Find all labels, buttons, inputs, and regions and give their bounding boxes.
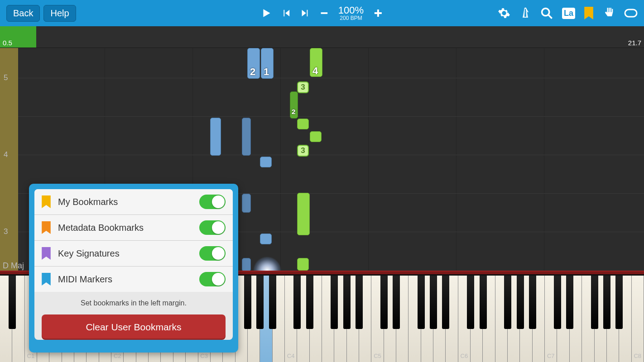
bookmark-icon <box>42 247 51 260</box>
measure-5: 5 <box>4 73 8 82</box>
toggle-switch[interactable] <box>199 220 226 235</box>
black-key[interactable] <box>256 276 264 329</box>
black-key[interactable] <box>380 276 388 329</box>
note <box>297 193 310 235</box>
tempo-minus-icon[interactable] <box>319 8 329 18</box>
black-key[interactable] <box>430 276 437 329</box>
finger-label: 2 <box>250 66 255 78</box>
toggle-switch[interactable] <box>199 272 226 286</box>
zoom-icon[interactable] <box>540 7 553 19</box>
octave-label: C5 <box>374 352 381 359</box>
octave-label: C6 <box>461 352 468 359</box>
bookmark-row-label: Key Signatures <box>58 248 199 259</box>
toggle-switch[interactable] <box>199 195 226 209</box>
tempo-bpm: 200 BPM <box>338 15 364 21</box>
time-start: 0.5 <box>3 39 12 47</box>
note <box>260 233 272 244</box>
bookmark-row-label: Metadata Bookmarks <box>58 223 199 233</box>
octave-label: C3 <box>200 352 208 359</box>
note <box>242 118 251 156</box>
black-key[interactable] <box>591 276 598 329</box>
black-key[interactable] <box>603 276 610 329</box>
bookmark-icon <box>42 273 51 286</box>
key-signature: D Maj <box>3 261 24 271</box>
bookmark-icon <box>42 221 51 234</box>
black-key[interactable] <box>529 276 536 329</box>
svg-rect-0 <box>321 12 328 14</box>
labels-button[interactable]: La <box>562 8 575 19</box>
note <box>310 131 322 142</box>
bookmark-toggle-row: MIDI Markers <box>34 267 233 292</box>
hand-icon[interactable] <box>602 7 615 19</box>
bookmark-row-label: My Bookmarks <box>58 197 199 207</box>
black-key[interactable] <box>343 276 351 329</box>
metronome-icon[interactable] <box>519 7 531 19</box>
loop-icon[interactable] <box>624 8 638 18</box>
black-key[interactable] <box>418 276 425 329</box>
black-key[interactable] <box>244 276 251 329</box>
tempo-display[interactable]: 100% 200 BPM <box>338 5 364 21</box>
black-key[interactable] <box>504 276 511 329</box>
svg-point-4 <box>542 9 549 16</box>
octave-label: C8 <box>634 352 641 359</box>
black-key[interactable] <box>269 276 276 329</box>
octave-label: C1 <box>27 352 35 359</box>
black-key[interactable] <box>554 276 561 329</box>
bookmark-icon[interactable] <box>584 7 593 19</box>
help-button[interactable]: Help <box>43 5 76 22</box>
svg-rect-6 <box>625 10 637 17</box>
note <box>297 258 309 271</box>
finger-badge: 3 <box>297 81 309 93</box>
right-tools: La <box>498 7 638 19</box>
timeline[interactable]: 0.5 21.7 <box>0 26 644 48</box>
playback-controls: 100% 200 BPM <box>260 5 384 21</box>
measure-4: 4 <box>4 150 8 159</box>
finger-label: 2 <box>292 108 295 115</box>
measure-3: 3 <box>4 227 8 236</box>
note <box>260 157 272 167</box>
tempo-percent: 100% <box>338 5 364 15</box>
note <box>297 119 309 129</box>
black-key[interactable] <box>331 276 338 329</box>
black-key[interactable] <box>393 276 400 329</box>
next-icon[interactable] <box>300 8 310 18</box>
top-bar: Back Help 100% 200 BPM La <box>0 0 644 26</box>
time-end: 21.7 <box>628 39 641 47</box>
bookmark-toggle-row: Key Signatures <box>34 241 233 267</box>
black-key[interactable] <box>442 276 449 329</box>
black-key[interactable] <box>356 276 363 329</box>
play-icon[interactable] <box>260 7 272 19</box>
black-key[interactable] <box>306 276 313 329</box>
octave-label: C7 <box>547 352 555 359</box>
back-button[interactable]: Back <box>6 5 40 22</box>
clear-bookmarks-button[interactable]: Clear User Bookmarks <box>42 314 226 340</box>
measure-gutter[interactable] <box>0 48 18 274</box>
finger-badge: 3 <box>297 145 309 157</box>
white-key[interactable]: C8 <box>632 276 644 362</box>
tempo-plus-icon[interactable] <box>373 8 384 19</box>
black-key[interactable] <box>9 276 16 329</box>
bookmark-row-label: MIDI Markers <box>58 274 199 285</box>
black-key[interactable] <box>480 276 487 329</box>
black-key[interactable] <box>566 276 573 329</box>
note <box>210 118 221 156</box>
note <box>242 194 251 213</box>
bookmark-icon <box>42 195 51 208</box>
octave-label: C2 <box>114 352 121 359</box>
toggle-switch[interactable] <box>199 246 226 261</box>
bookmark-toggle-row: My Bookmarks <box>34 189 233 215</box>
note <box>242 258 251 272</box>
svg-rect-2 <box>377 10 379 17</box>
black-key[interactable] <box>467 276 474 329</box>
bookmark-toggle-row: Metadata Bookmarks <box>34 215 233 241</box>
black-key[interactable] <box>615 276 623 329</box>
bookmark-popup: My Bookmarks Metadata Bookmarks Key Sign… <box>29 184 238 352</box>
gear-icon[interactable] <box>498 7 510 19</box>
black-key[interactable] <box>293 276 301 329</box>
popup-hint: Set bookmarks in the left margin. <box>34 292 233 314</box>
svg-line-5 <box>548 15 552 19</box>
prev-icon[interactable] <box>281 8 291 18</box>
octave-label: C4 <box>287 352 295 359</box>
black-key[interactable] <box>517 276 524 329</box>
finger-label: 1 <box>264 66 269 78</box>
